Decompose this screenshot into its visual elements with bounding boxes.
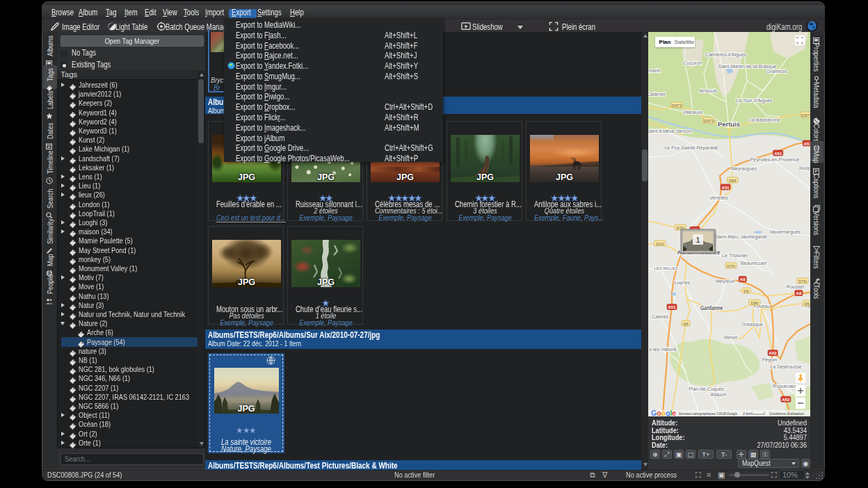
svg-text:Mimet: Mimet	[724, 335, 737, 340]
svg-text:Cabrières-d'Aigues: Cabrières-d'Aigues	[705, 52, 747, 58]
svg-text:A51: A51	[668, 305, 676, 309]
svg-text:D973: D973	[704, 119, 714, 123]
svg-text:Saint-Marc-Jaumegarde: Saint-Marc-Jaumegarde	[715, 234, 767, 240]
svg-text:D973: D973	[672, 104, 682, 108]
svg-text:A52: A52	[782, 398, 790, 402]
svg-text:A8: A8	[796, 291, 802, 295]
svg-text:Cadenet: Cadenet	[648, 92, 665, 97]
svg-text:Ansouis: Ansouis	[700, 88, 717, 93]
svg-text:marin: marin	[648, 68, 661, 73]
svg-text:D973: D973	[801, 113, 810, 117]
svg-text:Plan-de-Cuques: Plan-de-Cuques	[689, 387, 724, 392]
svg-text:La Tour-d'Aigues: La Tour-d'Aigues	[736, 98, 773, 104]
svg-text:Satellite: Satellite	[675, 39, 695, 45]
svg-text:1: 1	[696, 236, 700, 244]
svg-text:D6: D6	[683, 322, 689, 326]
svg-text:Meyrargues: Meyrargues	[731, 166, 757, 172]
svg-text:Meyreuil: Meyreuil	[716, 279, 734, 284]
svg-text:Le Tholonet: Le Tholonet	[722, 253, 748, 258]
svg-text:Saint-Estève-Janson: Saint-Estève-Janson	[648, 129, 691, 133]
svg-text:Plan: Plan	[659, 39, 671, 45]
svg-text:Peypin: Peypin	[762, 357, 778, 363]
svg-text:2 km: 2 km	[743, 412, 751, 416]
svg-text:D7N: D7N	[727, 264, 735, 268]
svg-text:Villelaure: Villelaure	[683, 110, 703, 115]
svg-text:Gardanne: Gardanne	[700, 304, 723, 311]
svg-text:Cucuron: Cucuron	[684, 60, 702, 65]
svg-text:Le Puy-Sainte-Réparade: Le Puy-Sainte-Réparade	[664, 145, 718, 151]
svg-text:D6: D6	[744, 289, 749, 293]
svg-text:Vauvenargues: Vauvenargues	[769, 229, 801, 235]
svg-text:Luynes: Luynes	[675, 280, 691, 286]
svg-text:D6: D6	[804, 302, 810, 306]
svg-text:D96: D96	[750, 301, 759, 305]
svg-text:A52: A52	[769, 351, 778, 355]
svg-text:Peyrolles-en-Provence: Peyrolles-en-Provence	[750, 157, 800, 163]
svg-text:Conditions d'utilisation: Conditions d'utilisation	[769, 412, 804, 416]
svg-text:A51: A51	[774, 152, 782, 156]
svg-text:A51: A51	[722, 186, 730, 190]
svg-text:Beaurecueil: Beaurecueil	[741, 261, 766, 266]
svg-text:Pertuis: Pertuis	[718, 121, 740, 128]
svg-text:Grambois: Grambois	[766, 69, 788, 74]
svg-text:Gréasque: Gréasque	[741, 322, 763, 327]
svg-text:Cabriès: Cabriès	[652, 314, 669, 319]
svg-text:Venelles: Venelles	[709, 195, 728, 200]
svg-text:D96: D96	[729, 179, 737, 183]
svg-text:Rousset: Rousset	[787, 284, 805, 289]
svg-text:D10: D10	[656, 242, 664, 246]
svg-text:Roquevaire: Roquevaire	[773, 384, 798, 389]
svg-text:La Bastidonne: La Bastidonne	[749, 117, 780, 122]
svg-text:Données cartographiques ©2018: Données cartographiques ©2018 Google	[679, 412, 737, 416]
svg-text:Jouqu: Jouqu	[798, 165, 810, 171]
svg-text:A8: A8	[740, 277, 746, 282]
svg-text:s-les-Vallons: s-les-Vallons	[649, 347, 677, 352]
svg-text:Allauch: Allauch	[711, 392, 727, 397]
svg-text:A51: A51	[804, 142, 810, 146]
svg-text:D7N: D7N	[798, 279, 807, 284]
svg-text:Google: Google	[651, 409, 676, 417]
svg-text:La Destrousse: La Destrousse	[770, 364, 801, 369]
svg-text:LES MILLES: LES MILLES	[654, 266, 677, 270]
